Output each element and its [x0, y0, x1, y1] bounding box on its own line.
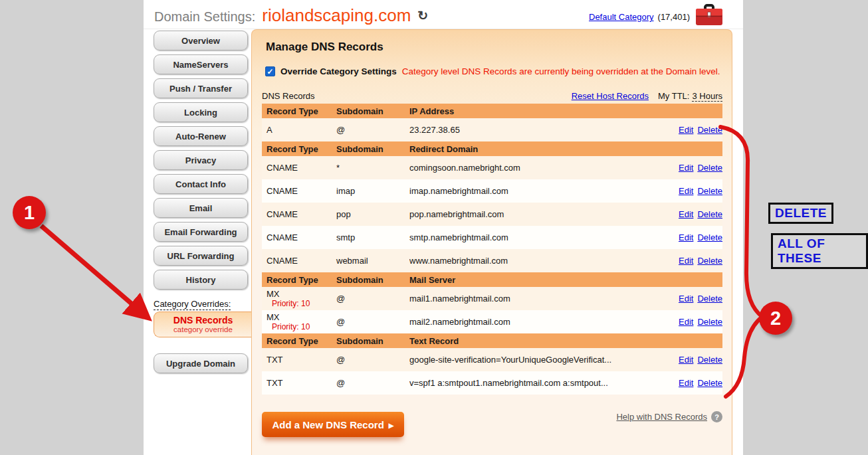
edit-link[interactable]: Edit	[679, 209, 693, 219]
sidebar-item-label: Email Forwarding	[164, 227, 237, 237]
sidebar-item-url-forwarding[interactable]: URL Forwarding	[154, 246, 248, 266]
record-actions-cell: EditDelete	[655, 355, 722, 365]
record-value-cell: imap.namebrightmail.com	[409, 186, 655, 196]
record-actions-cell: EditDelete	[655, 163, 722, 173]
sidebar-item-history[interactable]: History	[154, 270, 248, 290]
arrow-right-icon: ▶	[389, 422, 394, 429]
add-dns-record-button[interactable]: Add a New DNS Record ▶	[262, 412, 404, 437]
category-count: (17,401)	[658, 12, 690, 22]
override-warning-text: Category level DNS Records are currently…	[402, 66, 720, 76]
sidebar-item-locking[interactable]: Locking	[154, 102, 248, 122]
edit-link[interactable]: Edit	[679, 163, 693, 173]
record-actions-cell: EditDelete	[655, 232, 722, 242]
dns-records-table: Record TypeSubdomainIP AddressA@23.227.3…	[262, 104, 722, 395]
ttl-label: My TTL:	[658, 91, 689, 101]
sidebar-item-label: Overview	[181, 36, 220, 46]
override-checkbox-label[interactable]: Override Category Settings	[280, 66, 397, 76]
help-dns-records-link[interactable]: Help with DNS Records	[616, 412, 707, 422]
reset-host-records-link[interactable]: Reset Host Records	[572, 91, 649, 101]
record-value-cell: comingsoon.namebright.com	[409, 163, 655, 173]
help-row: Help with DNS Records ?	[590, 411, 722, 422]
edit-link[interactable]: Edit	[679, 378, 693, 388]
record-subdomain-cell: imap	[336, 186, 409, 196]
column-header-subdomain: Subdomain	[336, 275, 409, 285]
record-subdomain-cell: webmail	[336, 256, 409, 266]
delete-link[interactable]: Delete	[697, 378, 722, 388]
sidebar-item-overview[interactable]: Overview	[154, 31, 248, 50]
record-type-value: CNAME	[267, 186, 336, 196]
refresh-icon[interactable]: ↻	[417, 8, 428, 23]
dns-tab-label: DNS Records	[173, 316, 233, 325]
delete-link[interactable]: Delete	[697, 294, 722, 304]
column-header-record-type: Record Type	[262, 275, 336, 285]
sidebar-item-contact-info[interactable]: Contact Info	[154, 174, 248, 194]
sidebar-item-auto-renew[interactable]: Auto-Renew	[154, 126, 248, 146]
dns-record-row: CNAMEwebmailwww.namebrightmail.comEditDe…	[262, 249, 722, 272]
delete-link[interactable]: Delete	[697, 355, 722, 365]
record-type-value: CNAME	[267, 163, 336, 173]
annotation-delete-box: DELETE	[768, 203, 833, 224]
sidebar-item-upgrade-domain[interactable]: Upgrade Domain	[154, 353, 248, 373]
record-value-cell: smtp.namebrightmail.com	[409, 232, 655, 242]
sidebar-item-label: Locking	[184, 108, 217, 118]
record-actions-cell: EditDelete	[655, 256, 722, 266]
record-subdomain-cell: *	[336, 163, 409, 173]
question-mark-icon[interactable]: ?	[711, 411, 722, 422]
sidebar-item-email-forwarding[interactable]: Email Forwarding	[154, 222, 248, 242]
sidebar-item-label: Push / Transfer	[169, 84, 232, 94]
delete-link[interactable]: Delete	[697, 186, 722, 196]
column-header-subdomain: Subdomain	[336, 106, 409, 116]
sidebar-item-email[interactable]: Email	[154, 198, 248, 218]
record-type-value: CNAME	[267, 232, 336, 242]
record-subdomain-cell: @	[336, 294, 409, 304]
column-header-subdomain: Subdomain	[336, 336, 409, 346]
edit-link[interactable]: Edit	[679, 232, 693, 242]
delete-link[interactable]: Delete	[697, 317, 722, 327]
upgrade-domain-label: Upgrade Domain	[166, 359, 235, 369]
dns-tab-sublabel: category override	[173, 325, 233, 334]
delete-link[interactable]: Delete	[697, 232, 722, 242]
default-category-link[interactable]: Default Category	[589, 12, 654, 22]
edit-link[interactable]: Edit	[679, 186, 693, 196]
page-header: Domain Settings: riolandscaping.com ↻	[154, 5, 428, 26]
record-type-cell: MXPriority: 10	[262, 312, 336, 331]
override-checkbox[interactable]: ✓	[265, 66, 275, 76]
annotation-step-1: 1	[13, 196, 46, 229]
delete-link[interactable]: Delete	[697, 125, 722, 135]
edit-link[interactable]: Edit	[679, 317, 693, 327]
delete-link[interactable]: Delete	[697, 163, 722, 173]
header-category: Default Category (17,401)	[589, 12, 690, 22]
table-meta-row: DNS Records Reset Host Records My TTL: 3…	[262, 91, 722, 102]
ttl-value[interactable]: 3 Hours	[692, 91, 722, 102]
edit-link[interactable]: Edit	[679, 355, 693, 365]
record-type-value: TXT	[267, 378, 336, 388]
table-section-header: Record TypeSubdomainMail Server	[262, 272, 722, 287]
sidebar-item-privacy[interactable]: Privacy	[154, 150, 248, 170]
category-overrides-label[interactable]: Category Overrides:	[154, 299, 231, 310]
sidebar-item-label: Privacy	[185, 155, 216, 165]
table-section-header: Record TypeSubdomainIP Address	[262, 104, 722, 118]
sidebar-item-dns-records[interactable]: DNS Records category override	[154, 312, 252, 337]
record-type-cell: CNAME	[262, 232, 336, 242]
sidebar-item-push-transfer[interactable]: Push / Transfer	[154, 78, 248, 98]
dns-record-row: MXPriority: 10@mail2.namebrightmail.comE…	[262, 310, 722, 333]
sidebar-item-nameservers[interactable]: NameServers	[154, 54, 248, 74]
record-subdomain-cell: @	[336, 355, 409, 365]
panel-title: Manage DNS Records	[266, 41, 383, 54]
record-subdomain-cell: pop	[336, 209, 409, 219]
delete-link[interactable]: Delete	[697, 209, 722, 219]
record-type-cell: CNAME	[262, 256, 336, 266]
edit-link[interactable]: Edit	[679, 125, 693, 135]
edit-link[interactable]: Edit	[679, 294, 693, 304]
dns-record-row: MXPriority: 10@mail1.namebrightmail.comE…	[262, 287, 722, 310]
delete-link[interactable]: Delete	[697, 256, 722, 266]
record-type-value: TXT	[267, 355, 336, 365]
column-header-record-type: Record Type	[262, 336, 336, 346]
record-type-cell: CNAME	[262, 163, 336, 173]
column-header-value: Redirect Domain	[409, 144, 655, 154]
record-priority: Priority: 10	[267, 299, 336, 308]
toolbox-icon[interactable]	[695, 3, 723, 26]
record-value-cell: v=spf1 a:smtpout1.namebrightmail.com a:s…	[409, 378, 655, 388]
edit-link[interactable]: Edit	[679, 256, 693, 266]
domain-name: riolandscaping.com	[262, 5, 411, 26]
